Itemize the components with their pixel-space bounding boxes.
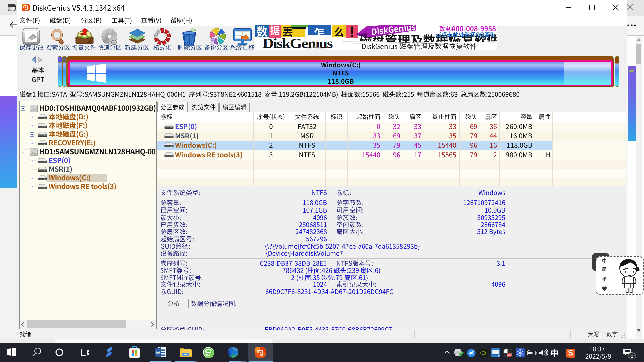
svg-text:W: W xyxy=(156,350,160,355)
